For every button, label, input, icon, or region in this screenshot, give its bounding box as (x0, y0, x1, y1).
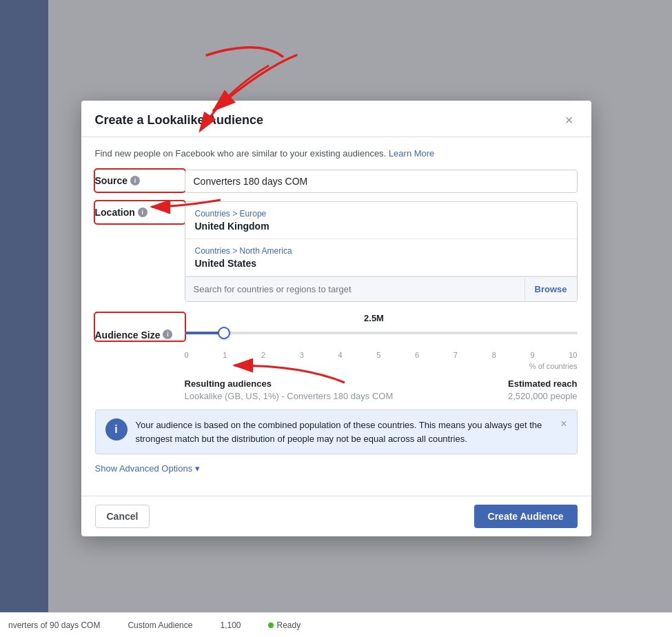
location-breadcrumb-us: Countries > North America (195, 246, 567, 256)
slider-value-label: 2.5M (171, 313, 578, 323)
modal-subtitle: Find new people on Facebook who are simi… (95, 148, 578, 159)
estimated-reach-label: Estimated reach (508, 378, 577, 389)
modal-header: Create a Lookalike Audience × (81, 101, 591, 137)
source-control (185, 170, 578, 193)
info-banner-close-button[interactable]: × (555, 418, 567, 429)
location-box: Countries > Europe United Kingdom Countr… (185, 201, 578, 302)
slider-container: 2.5M 0 1 2 3 4 (185, 313, 578, 370)
modal-footer: Cancel Create Audience (81, 496, 591, 536)
modal-close-button[interactable]: × (561, 112, 578, 128)
slider-thumb[interactable] (218, 327, 230, 339)
source-label: Source i (95, 170, 185, 192)
source-row: Source i (95, 170, 578, 193)
bottom-bar: nverters of 90 days COM Custom Audience … (0, 612, 672, 637)
source-info-icon[interactable]: i (130, 176, 140, 185)
location-entry-uk: Countries > Europe United Kingdom (185, 202, 577, 239)
location-breadcrumb-link-us[interactable]: Countries > North America (195, 246, 292, 256)
audience-size-section: Audience Size i 2.5M 0 (95, 313, 578, 370)
location-browse-button[interactable]: Browse (525, 279, 577, 300)
status-badge: Ready (268, 620, 301, 630)
modal-body: Find new people on Facebook who are simi… (81, 137, 591, 496)
location-entry-us: Countries > North America United States (185, 239, 577, 276)
location-control: Countries > Europe United Kingdom Countr… (185, 201, 578, 302)
location-label: Location i (95, 201, 185, 223)
location-breadcrumb-link-uk[interactable]: Countries > Europe (195, 209, 267, 219)
info-banner-icon: i (105, 418, 128, 441)
location-name-us: United States (195, 258, 567, 269)
location-name-uk: United Kingdom (195, 221, 567, 232)
resulting-audiences-col: Resulting audiences Lookalike (GB, US, 1… (185, 378, 394, 401)
bottom-bar-type: Custom Audience (128, 620, 192, 630)
source-input[interactable] (185, 170, 578, 193)
page-background: Create a Lookalike Audience × Find new p… (0, 0, 672, 637)
location-search-input[interactable] (185, 277, 525, 301)
info-banner-text: Your audience is based on the combined p… (136, 418, 547, 445)
create-audience-button[interactable]: Create Audience (474, 505, 578, 528)
info-banner: i Your audience is based on the combined… (95, 410, 578, 454)
bottom-bar-audience-name: nverters of 90 days COM (8, 620, 100, 630)
resulting-audiences-value: Lookalike (GB, US, 1%) - Converters 180 … (185, 391, 394, 401)
location-info-icon[interactable]: i (138, 208, 147, 217)
learn-more-link[interactable]: Learn More (389, 148, 434, 159)
resulting-audiences-label: Resulting audiences (185, 378, 394, 389)
modal-overlay: Create a Lookalike Audience × Find new p… (0, 0, 672, 637)
advanced-options-link[interactable]: Show Advanced Options ▾ (95, 463, 200, 474)
slider-pct-label: % of countries (185, 362, 578, 370)
location-breadcrumb-uk: Countries > Europe (195, 209, 567, 219)
status-dot (268, 623, 274, 628)
audience-size-info-icon[interactable]: i (163, 330, 172, 339)
modal-dialog: Create a Lookalike Audience × Find new p… (81, 101, 591, 536)
results-section: Resulting audiences Lookalike (GB, US, 1… (95, 378, 578, 401)
location-row: Location i Countries > Europe United Kin… (95, 201, 578, 302)
modal-title: Create a Lookalike Audience (95, 113, 263, 128)
estimated-reach-col: Estimated reach 2,520,000 people (508, 378, 577, 401)
slider-wrapper (185, 332, 578, 348)
slider-ticks: 0 1 2 3 4 5 6 7 8 9 10 (185, 351, 578, 359)
location-search-bar: Browse (185, 276, 577, 301)
slider-track (185, 332, 578, 334)
estimated-reach-value: 2,520,000 people (508, 391, 577, 401)
subtitle-text: Find new people on Facebook who are simi… (95, 148, 387, 159)
cancel-button[interactable]: Cancel (95, 505, 150, 528)
bottom-bar-count: 1,100 (220, 620, 241, 630)
status-label: Ready (276, 620, 301, 630)
